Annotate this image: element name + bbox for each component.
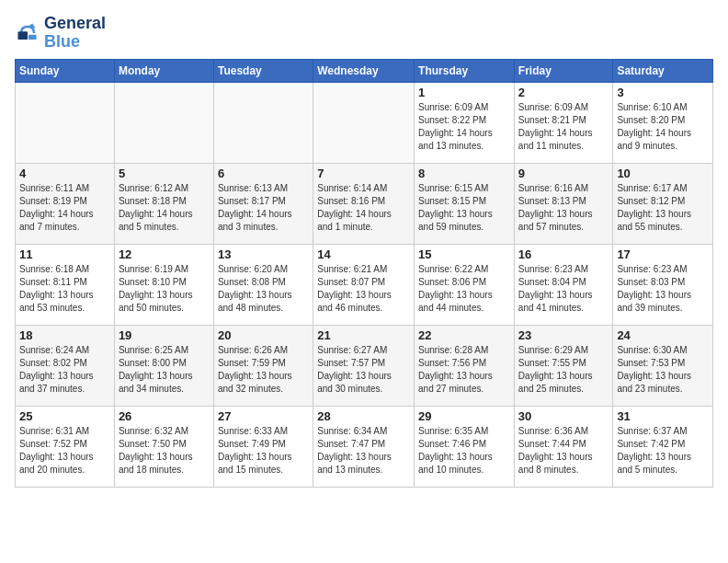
calendar-cell: 28Sunrise: 6:34 AM Sunset: 7:47 PM Dayli… xyxy=(313,406,415,487)
calendar-cell: 8Sunrise: 6:15 AM Sunset: 8:15 PM Daylig… xyxy=(415,163,515,244)
day-number: 19 xyxy=(119,328,210,342)
day-info: Sunrise: 6:21 AM Sunset: 8:07 PM Dayligh… xyxy=(317,263,410,315)
day-info: Sunrise: 6:17 AM Sunset: 8:12 PM Dayligh… xyxy=(617,182,709,234)
calendar-cell: 23Sunrise: 6:29 AM Sunset: 7:55 PM Dayli… xyxy=(514,325,613,406)
calendar-cell: 30Sunrise: 6:36 AM Sunset: 7:44 PM Dayli… xyxy=(514,406,613,487)
day-info: Sunrise: 6:27 AM Sunset: 7:57 PM Dayligh… xyxy=(317,344,410,396)
svg-rect-1 xyxy=(18,31,28,40)
calendar-cell: 27Sunrise: 6:33 AM Sunset: 7:49 PM Dayli… xyxy=(213,406,313,487)
day-info: Sunrise: 6:11 AM Sunset: 8:19 PM Dayligh… xyxy=(19,182,110,234)
calendar-cell: 25Sunrise: 6:31 AM Sunset: 7:52 PM Dayli… xyxy=(16,406,115,487)
day-info: Sunrise: 6:15 AM Sunset: 8:15 PM Dayligh… xyxy=(418,182,510,234)
weekday-sunday: Sunday xyxy=(16,59,115,82)
calendar-week-0: 1Sunrise: 6:09 AM Sunset: 8:22 PM Daylig… xyxy=(16,82,713,163)
day-number: 17 xyxy=(617,247,709,261)
calendar-cell: 2Sunrise: 6:09 AM Sunset: 8:21 PM Daylig… xyxy=(514,82,613,163)
day-info: Sunrise: 6:29 AM Sunset: 7:55 PM Dayligh… xyxy=(518,344,609,396)
day-number: 5 xyxy=(119,167,210,180)
day-info: Sunrise: 6:26 AM Sunset: 7:59 PM Dayligh… xyxy=(218,344,309,396)
day-info: Sunrise: 6:32 AM Sunset: 7:50 PM Dayligh… xyxy=(119,425,210,477)
day-number: 10 xyxy=(617,167,709,180)
calendar-cell: 4Sunrise: 6:11 AM Sunset: 8:19 PM Daylig… xyxy=(16,163,115,244)
day-info: Sunrise: 6:23 AM Sunset: 8:04 PM Dayligh… xyxy=(518,263,609,315)
day-info: Sunrise: 6:09 AM Sunset: 8:21 PM Dayligh… xyxy=(518,101,609,153)
day-number: 30 xyxy=(518,409,609,423)
weekday-tuesday: Tuesday xyxy=(213,59,313,82)
day-number: 23 xyxy=(518,328,609,342)
day-number: 3 xyxy=(617,86,709,99)
day-info: Sunrise: 6:30 AM Sunset: 7:53 PM Dayligh… xyxy=(617,344,709,396)
calendar-table: SundayMondayTuesdayWednesdayThursdayFrid… xyxy=(15,59,713,488)
weekday-header-row: SundayMondayTuesdayWednesdayThursdayFrid… xyxy=(16,59,713,82)
calendar-cell: 14Sunrise: 6:21 AM Sunset: 8:07 PM Dayli… xyxy=(313,244,415,325)
day-info: Sunrise: 6:22 AM Sunset: 8:06 PM Dayligh… xyxy=(418,263,510,315)
day-number: 26 xyxy=(119,409,210,423)
day-number: 14 xyxy=(317,247,410,261)
day-number: 18 xyxy=(19,328,110,342)
day-number: 31 xyxy=(617,409,709,423)
calendar-cell: 11Sunrise: 6:18 AM Sunset: 8:11 PM Dayli… xyxy=(16,244,115,325)
calendar-cell: 3Sunrise: 6:10 AM Sunset: 8:20 PM Daylig… xyxy=(613,82,713,163)
calendar-cell: 6Sunrise: 6:13 AM Sunset: 8:17 PM Daylig… xyxy=(213,163,313,244)
day-number: 4 xyxy=(19,167,110,180)
svg-rect-2 xyxy=(28,35,37,40)
calendar-cell: 19Sunrise: 6:25 AM Sunset: 8:00 PM Dayli… xyxy=(114,325,213,406)
calendar-cell: 21Sunrise: 6:27 AM Sunset: 7:57 PM Dayli… xyxy=(313,325,415,406)
day-info: Sunrise: 6:35 AM Sunset: 7:46 PM Dayligh… xyxy=(418,425,510,477)
calendar-cell: 1Sunrise: 6:09 AM Sunset: 8:22 PM Daylig… xyxy=(415,82,515,163)
day-info: Sunrise: 6:31 AM Sunset: 7:52 PM Dayligh… xyxy=(19,425,110,477)
day-number: 16 xyxy=(518,247,609,261)
calendar-cell: 7Sunrise: 6:14 AM Sunset: 8:16 PM Daylig… xyxy=(313,163,415,244)
weekday-wednesday: Wednesday xyxy=(313,59,415,82)
day-info: Sunrise: 6:10 AM Sunset: 8:20 PM Dayligh… xyxy=(617,101,709,153)
logo-text: General Blue xyxy=(44,15,106,52)
day-info: Sunrise: 6:25 AM Sunset: 8:00 PM Dayligh… xyxy=(119,344,210,396)
day-number: 22 xyxy=(418,328,510,342)
calendar-week-1: 4Sunrise: 6:11 AM Sunset: 8:19 PM Daylig… xyxy=(16,163,713,244)
day-number: 15 xyxy=(418,247,510,261)
calendar-week-2: 11Sunrise: 6:18 AM Sunset: 8:11 PM Dayli… xyxy=(16,244,713,325)
day-number: 2 xyxy=(518,86,609,99)
day-info: Sunrise: 6:20 AM Sunset: 8:08 PM Dayligh… xyxy=(218,263,309,315)
calendar-cell: 26Sunrise: 6:32 AM Sunset: 7:50 PM Dayli… xyxy=(114,406,213,487)
calendar-cell: 9Sunrise: 6:16 AM Sunset: 8:13 PM Daylig… xyxy=(514,163,613,244)
weekday-friday: Friday xyxy=(514,59,613,82)
day-number: 27 xyxy=(218,409,309,423)
calendar-cell: 24Sunrise: 6:30 AM Sunset: 7:53 PM Dayli… xyxy=(613,325,713,406)
calendar-cell: 20Sunrise: 6:26 AM Sunset: 7:59 PM Dayli… xyxy=(213,325,313,406)
day-number: 1 xyxy=(418,86,510,99)
day-number: 7 xyxy=(317,167,410,180)
day-info: Sunrise: 6:37 AM Sunset: 7:42 PM Dayligh… xyxy=(617,425,709,477)
calendar-cell: 15Sunrise: 6:22 AM Sunset: 8:06 PM Dayli… xyxy=(415,244,515,325)
day-number: 9 xyxy=(518,167,609,180)
day-number: 24 xyxy=(617,328,709,342)
calendar-cell: 22Sunrise: 6:28 AM Sunset: 7:56 PM Dayli… xyxy=(415,325,515,406)
day-number: 28 xyxy=(317,409,410,423)
weekday-thursday: Thursday xyxy=(415,59,515,82)
day-number: 20 xyxy=(218,328,309,342)
day-number: 25 xyxy=(19,409,110,423)
day-info: Sunrise: 6:36 AM Sunset: 7:44 PM Dayligh… xyxy=(518,425,609,477)
day-info: Sunrise: 6:14 AM Sunset: 8:16 PM Dayligh… xyxy=(317,182,410,234)
calendar-cell xyxy=(213,82,313,163)
calendar-cell xyxy=(114,82,213,163)
day-info: Sunrise: 6:16 AM Sunset: 8:13 PM Dayligh… xyxy=(518,182,609,234)
weekday-saturday: Saturday xyxy=(613,59,713,82)
calendar-week-4: 25Sunrise: 6:31 AM Sunset: 7:52 PM Dayli… xyxy=(16,406,713,487)
day-number: 6 xyxy=(218,167,309,180)
day-info: Sunrise: 6:24 AM Sunset: 8:02 PM Dayligh… xyxy=(19,344,110,396)
day-info: Sunrise: 6:19 AM Sunset: 8:10 PM Dayligh… xyxy=(119,263,210,315)
day-number: 29 xyxy=(418,409,510,423)
calendar-cell xyxy=(16,82,115,163)
day-info: Sunrise: 6:34 AM Sunset: 7:47 PM Dayligh… xyxy=(317,425,410,477)
calendar-week-3: 18Sunrise: 6:24 AM Sunset: 8:02 PM Dayli… xyxy=(16,325,713,406)
calendar-cell: 31Sunrise: 6:37 AM Sunset: 7:42 PM Dayli… xyxy=(613,406,713,487)
logo-icon xyxy=(15,20,40,46)
day-info: Sunrise: 6:13 AM Sunset: 8:17 PM Dayligh… xyxy=(218,182,309,234)
day-number: 12 xyxy=(119,247,210,261)
day-info: Sunrise: 6:09 AM Sunset: 8:22 PM Dayligh… xyxy=(418,101,510,153)
day-info: Sunrise: 6:12 AM Sunset: 8:18 PM Dayligh… xyxy=(119,182,210,234)
calendar-cell: 5Sunrise: 6:12 AM Sunset: 8:18 PM Daylig… xyxy=(114,163,213,244)
calendar-cell: 16Sunrise: 6:23 AM Sunset: 8:04 PM Dayli… xyxy=(514,244,613,325)
header: General Blue xyxy=(15,15,713,52)
